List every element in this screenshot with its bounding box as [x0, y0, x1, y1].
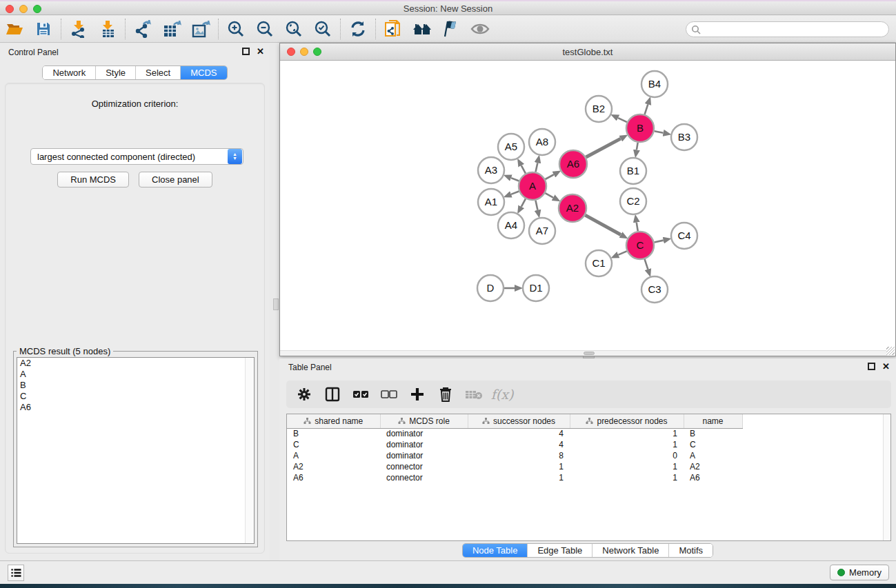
memory-button[interactable]: Memory [830, 565, 889, 580]
close-panel-button[interactable]: Close panel [139, 172, 212, 187]
table-cell[interactable]: C [684, 439, 742, 450]
table-close-panel-icon[interactable]: ✕ [882, 363, 890, 370]
search-input[interactable] [701, 23, 888, 36]
column-header-shared-name[interactable]: shared name [287, 414, 380, 428]
table-cell[interactable]: C [287, 439, 380, 450]
tab-style[interactable]: Style [95, 66, 135, 79]
table-cell[interactable]: A [684, 450, 742, 461]
graph-edge-A-A6[interactable] [545, 174, 553, 179]
table-cell[interactable]: 1 [468, 472, 570, 483]
zoom-in-button[interactable] [221, 17, 250, 41]
graph-node-B4[interactable]: B4 [641, 71, 668, 97]
tab-select[interactable]: Select [135, 66, 180, 79]
graph-edge-A-A2[interactable] [545, 193, 553, 197]
mcds-result-item[interactable]: B [17, 380, 254, 391]
graph-node-A1[interactable]: A1 [478, 189, 504, 215]
graph-node-A3[interactable]: A3 [478, 157, 504, 183]
node-table[interactable]: shared nameMCDS rolesuccessor nodesprede… [286, 414, 891, 541]
graph-edge-A-A7[interactable] [535, 201, 537, 210]
task-history-button[interactable] [8, 565, 24, 581]
table-scrollbar[interactable] [883, 414, 890, 540]
table-cell[interactable]: 1 [468, 461, 570, 472]
home-button[interactable] [408, 17, 437, 41]
graph-node-B1[interactable]: B1 [620, 158, 646, 184]
tab-edge-table[interactable]: Edge Table [527, 544, 592, 557]
mcds-result-item[interactable]: A2 [17, 358, 254, 369]
table-cell[interactable]: dominator [380, 439, 468, 450]
export-network-button[interactable] [128, 17, 157, 41]
graph-edge-C-C1[interactable] [618, 251, 626, 254]
table-cell[interactable]: B [684, 428, 742, 439]
graph-node-C3[interactable]: C3 [641, 276, 668, 303]
open-session-button[interactable] [0, 17, 29, 41]
result-list-scrollbar[interactable] [245, 358, 254, 543]
graph-edge-A-A8[interactable] [535, 163, 537, 172]
graph-edge-B-B2[interactable] [618, 118, 627, 122]
table-row[interactable]: Cdominator41C [287, 439, 742, 450]
graph-node-A[interactable]: A [519, 172, 546, 200]
table-cell[interactable]: A [287, 450, 380, 461]
table-cell[interactable]: 1 [570, 461, 684, 472]
optimization-criterion-dropdown[interactable]: largest connected component (directed) ▲… [30, 148, 243, 165]
graph-node-A4[interactable]: A4 [498, 212, 524, 239]
show-hide-eye-button[interactable] [466, 17, 495, 41]
graph-edge-B-B4[interactable] [645, 104, 648, 114]
search-field[interactable] [686, 21, 889, 37]
graph-edge-A6-B[interactable] [586, 139, 621, 157]
graph-edge-C-C3[interactable] [645, 259, 648, 270]
graph-node-B2[interactable]: B2 [586, 96, 612, 122]
table-cell[interactable]: 1 [570, 472, 684, 483]
column-header-name[interactable]: name [684, 414, 742, 428]
graph-node-A2[interactable]: A2 [559, 194, 586, 222]
graph-node-C4[interactable]: C4 [671, 223, 697, 249]
tab-motifs[interactable]: Motifs [668, 544, 713, 557]
network-horizontal-scrollbar[interactable] [280, 350, 887, 356]
mcds-result-item[interactable]: A6 [17, 402, 254, 413]
network-resize-grip[interactable] [886, 347, 895, 355]
table-cell[interactable]: 1 [570, 439, 684, 450]
column-header-predecessor-nodes[interactable]: predecessor nodes [570, 414, 684, 428]
delete-table-button[interactable] [463, 383, 485, 405]
deselect-all-columns-button[interactable] [378, 383, 400, 405]
graph-edge-A-A5[interactable] [521, 165, 526, 173]
network-canvas[interactable]: AA1A2A3A4A5A6A7A8BB1B2B3B4CC1C2C3C4DD1 [280, 61, 895, 350]
graph-edge-A-A1[interactable] [511, 192, 519, 194]
tab-network[interactable]: Network [43, 66, 95, 79]
mcds-result-list[interactable]: A2ABCA6 [17, 357, 255, 544]
table-cell[interactable]: 0 [570, 450, 684, 461]
graph-edge-A-A3[interactable] [511, 178, 519, 181]
close-panel-icon[interactable]: ✕ [257, 48, 264, 55]
network-scrollbar-thumb[interactable] [584, 352, 595, 355]
refresh-button[interactable] [344, 17, 372, 41]
mcds-result-item[interactable]: A [17, 369, 254, 380]
graph-node-C1[interactable]: C1 [586, 250, 612, 276]
column-manager-button[interactable] [321, 383, 344, 405]
column-header-successor-nodes[interactable]: successor nodes [468, 414, 570, 428]
import-network-button[interactable] [64, 17, 93, 41]
table-cell[interactable]: B [287, 428, 380, 439]
table-cell[interactable]: dominator [380, 428, 468, 439]
column-header-MCDS-role[interactable]: MCDS role [380, 414, 468, 428]
graph-node-A7[interactable]: A7 [529, 218, 555, 244]
float-panel-icon[interactable] [242, 48, 250, 55]
graph-node-A8[interactable]: A8 [529, 129, 555, 155]
graph-node-A5[interactable]: A5 [498, 134, 524, 160]
graph-edge-A-A4[interactable] [521, 199, 526, 206]
table-cell[interactable]: A6 [684, 472, 742, 483]
vertical-splitter-handle[interactable] [273, 298, 279, 310]
table-cell[interactable]: 8 [468, 450, 570, 461]
table-cell[interactable]: A2 [684, 461, 742, 472]
table-float-panel-icon[interactable] [868, 363, 875, 370]
graph-edge-A2-C[interactable] [585, 215, 621, 234]
mcds-result-item[interactable]: C [17, 391, 254, 402]
table-cell[interactable]: dominator [380, 450, 468, 461]
table-settings-button[interactable] [293, 383, 315, 405]
table-cell[interactable]: A6 [287, 472, 380, 483]
import-table-button[interactable] [93, 17, 122, 41]
network-window-titlebar[interactable]: testGlobe.txt [280, 43, 895, 61]
table-cell[interactable]: 4 [468, 428, 570, 439]
function-builder-button[interactable]: f(x) [491, 383, 513, 405]
graph-node-D1[interactable]: D1 [523, 275, 549, 301]
graph-node-A6[interactable]: A6 [559, 150, 587, 178]
zoom-fit-button[interactable] [279, 17, 308, 41]
